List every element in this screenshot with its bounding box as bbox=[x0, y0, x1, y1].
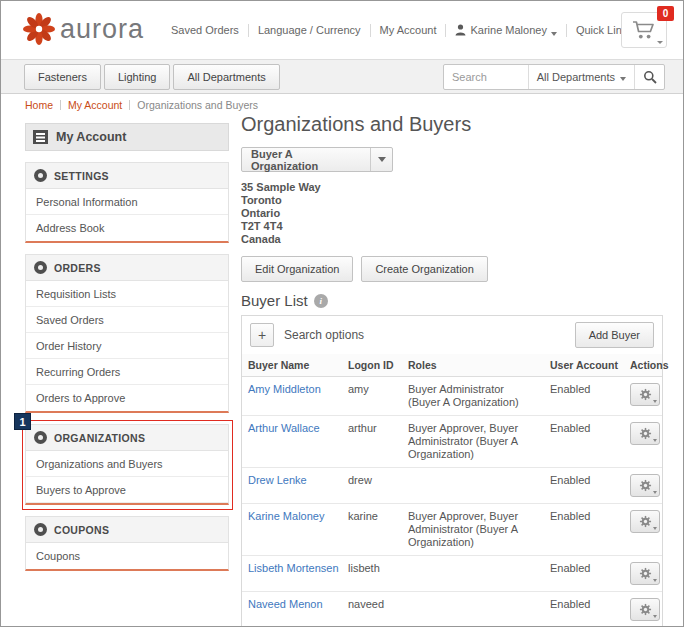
dept-fasteners-button[interactable]: Fasteners bbox=[24, 64, 101, 90]
annotation-badge-1: 1 bbox=[14, 413, 31, 430]
sidebar-item-coupons[interactable]: Coupons bbox=[26, 543, 228, 569]
my-account-list-icon bbox=[33, 130, 48, 144]
buyer-name-link[interactable]: Naveed Menon bbox=[248, 598, 323, 610]
gear-icon bbox=[639, 427, 652, 440]
orders-section-header: ORDERS bbox=[26, 255, 228, 281]
buyer-name-link[interactable]: Amy Middleton bbox=[248, 383, 321, 395]
main-content: Organizations and Buyers Buyer A Organiz… bbox=[241, 113, 663, 627]
row-actions-button[interactable] bbox=[630, 422, 660, 445]
nav-language-currency[interactable]: Language / Currency bbox=[258, 24, 361, 36]
sidebar-item-recurring-orders[interactable]: Recurring Orders bbox=[26, 359, 228, 385]
user-account-cell: Enabled bbox=[544, 468, 624, 504]
dept-all-departments-button[interactable]: All Departments bbox=[173, 64, 279, 90]
chevron-down-icon bbox=[653, 579, 657, 582]
buyer-table: Buyer Name Logon ID Roles User Account A… bbox=[242, 354, 662, 627]
page-title: Organizations and Buyers bbox=[241, 113, 663, 136]
roles-cell bbox=[402, 556, 544, 592]
sidebar-item-organizations-and-buyers[interactable]: Organizations and Buyers bbox=[26, 451, 228, 477]
sidebar-item-saved-orders[interactable]: Saved Orders bbox=[26, 307, 228, 333]
logon-id-cell: lisbeth bbox=[342, 556, 402, 592]
add-buyer-button[interactable]: Add Buyer bbox=[575, 322, 654, 348]
chevron-down-icon bbox=[620, 77, 626, 81]
row-actions-button[interactable] bbox=[630, 383, 660, 406]
table-row: Drew Lenke drew Enabled bbox=[242, 468, 662, 504]
logon-id-cell: naveed bbox=[342, 592, 402, 627]
buyer-name-link[interactable]: Arthur Wallace bbox=[248, 422, 320, 434]
person-icon bbox=[455, 24, 466, 36]
row-actions-button[interactable] bbox=[630, 598, 660, 621]
breadcrumb: Home My Account Organizations and Buyers bbox=[25, 99, 258, 111]
roles-cell bbox=[402, 468, 544, 504]
divider bbox=[248, 24, 249, 37]
cart-count-badge: 0 bbox=[657, 6, 674, 21]
organizations-section-label: ORGANIZATIONS bbox=[54, 432, 145, 444]
buyer-list-heading: Buyer List i bbox=[241, 292, 663, 309]
buyer-list-title: Buyer List bbox=[241, 292, 308, 309]
address-line: Canada bbox=[241, 233, 663, 246]
cart-icon bbox=[632, 20, 656, 40]
nav-my-account[interactable]: My Account bbox=[380, 24, 437, 36]
row-actions-button[interactable] bbox=[630, 474, 660, 497]
col-logon-id: Logon ID bbox=[342, 354, 402, 377]
coupons-section-header: COUPONS bbox=[26, 517, 228, 543]
col-buyer-name: Buyer Name bbox=[242, 354, 342, 377]
logon-id-cell: arthur bbox=[342, 416, 402, 468]
buyer-name-link[interactable]: Drew Lenke bbox=[248, 474, 307, 486]
sidebar-item-personal-information[interactable]: Personal Information bbox=[26, 189, 228, 215]
my-account-sidebar: My Account SETTINGS Personal Information… bbox=[25, 123, 229, 571]
gear-icon bbox=[639, 388, 652, 401]
buyer-name-link[interactable]: Lisbeth Mortensen bbox=[248, 562, 339, 574]
orders-icon bbox=[34, 261, 47, 274]
chevron-down-icon bbox=[370, 148, 392, 171]
col-user-account: User Account bbox=[544, 354, 624, 377]
search-options-label[interactable]: Search options bbox=[284, 328, 364, 342]
sidebar-section-organizations: ORGANIZATIONS Organizations and Buyers B… bbox=[25, 424, 229, 505]
settings-section-header: SETTINGS bbox=[26, 163, 228, 189]
roles-cell bbox=[402, 592, 544, 627]
sidebar-item-buyers-to-approve[interactable]: Buyers to Approve bbox=[26, 477, 228, 503]
chevron-down-icon bbox=[653, 491, 657, 494]
col-actions: Actions bbox=[624, 354, 662, 377]
breadcrumb-home[interactable]: Home bbox=[25, 99, 53, 111]
sidebar-item-requisition-lists[interactable]: Requisition Lists bbox=[26, 281, 228, 307]
search-submit-button[interactable] bbox=[634, 65, 664, 89]
address-line: T2T 4T4 bbox=[241, 220, 663, 233]
search-scope-dropdown[interactable]: All Departments bbox=[528, 65, 634, 89]
dept-lighting-button[interactable]: Lighting bbox=[104, 64, 171, 90]
sidebar-item-address-book[interactable]: Address Book bbox=[26, 215, 228, 241]
organizations-icon bbox=[34, 431, 47, 444]
sidebar-item-orders-to-approve[interactable]: Orders to Approve bbox=[26, 385, 228, 411]
user-account-cell: Enabled bbox=[544, 377, 624, 416]
row-actions-button[interactable] bbox=[630, 562, 660, 585]
logon-id-cell: amy bbox=[342, 377, 402, 416]
divider bbox=[370, 24, 371, 37]
row-actions-button[interactable] bbox=[630, 510, 660, 533]
user-name: Karine Maloney bbox=[470, 24, 546, 36]
aurora-logo[interactable]: aurora bbox=[23, 13, 144, 45]
buyer-name-link[interactable]: Karine Maloney bbox=[248, 510, 324, 522]
nav-user-menu[interactable]: Karine Maloney bbox=[455, 24, 556, 36]
sidebar-item-order-history[interactable]: Order History bbox=[26, 333, 228, 359]
roles-cell: Buyer Approver, Buyer Administrator (Buy… bbox=[402, 416, 544, 468]
storefront-window: aurora Saved Orders Language / Currency … bbox=[0, 0, 684, 627]
department-buttons: Fasteners Lighting All Departments bbox=[24, 64, 280, 90]
organization-selector[interactable]: Buyer A Organization bbox=[241, 147, 393, 172]
roles-cell: Buyer Administrator (Buyer A Organizatio… bbox=[402, 377, 544, 416]
gear-icon bbox=[639, 567, 652, 580]
user-account-cell: Enabled bbox=[544, 504, 624, 556]
search-input[interactable] bbox=[444, 71, 528, 83]
info-icon[interactable]: i bbox=[314, 294, 328, 308]
sidebar-title-bar: My Account bbox=[25, 123, 229, 151]
address-line: Ontario bbox=[241, 207, 663, 220]
search-bar: All Departments bbox=[443, 64, 665, 90]
breadcrumb-my-account[interactable]: My Account bbox=[68, 99, 122, 111]
logon-id-cell: karine bbox=[342, 504, 402, 556]
expand-search-options-button[interactable]: + bbox=[250, 323, 274, 347]
settings-icon bbox=[34, 169, 47, 182]
edit-organization-button[interactable]: Edit Organization bbox=[241, 256, 353, 282]
nav-saved-orders[interactable]: Saved Orders bbox=[171, 24, 239, 36]
create-organization-button[interactable]: Create Organization bbox=[361, 256, 487, 282]
chevron-down-icon bbox=[551, 32, 557, 36]
buyer-list-toolbar: + Search options Add Buyer bbox=[242, 316, 662, 354]
mini-cart-button[interactable]: 0 bbox=[621, 12, 667, 48]
